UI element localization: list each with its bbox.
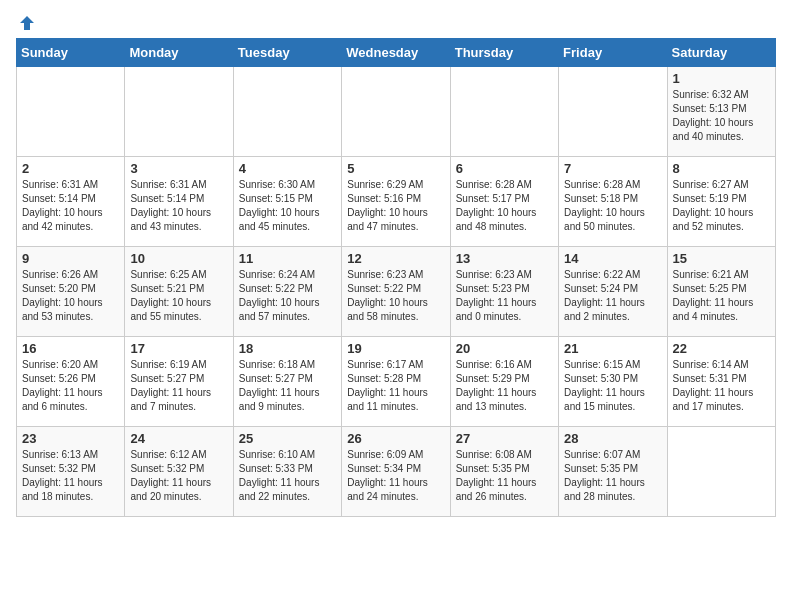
- calendar-cell: 2Sunrise: 6:31 AM Sunset: 5:14 PM Daylig…: [17, 157, 125, 247]
- calendar-header-row: SundayMondayTuesdayWednesdayThursdayFrid…: [17, 39, 776, 67]
- calendar-cell: 20Sunrise: 6:16 AM Sunset: 5:29 PM Dayli…: [450, 337, 558, 427]
- day-info: Sunrise: 6:28 AM Sunset: 5:17 PM Dayligh…: [456, 179, 537, 232]
- calendar-cell: 1Sunrise: 6:32 AM Sunset: 5:13 PM Daylig…: [667, 67, 775, 157]
- day-number: 25: [239, 431, 336, 446]
- day-number: 1: [673, 71, 770, 86]
- calendar-week-row: 9Sunrise: 6:26 AM Sunset: 5:20 PM Daylig…: [17, 247, 776, 337]
- day-number: 26: [347, 431, 444, 446]
- day-info: Sunrise: 6:23 AM Sunset: 5:23 PM Dayligh…: [456, 269, 537, 322]
- weekday-header: Monday: [125, 39, 233, 67]
- day-number: 17: [130, 341, 227, 356]
- day-number: 8: [673, 161, 770, 176]
- weekday-header: Wednesday: [342, 39, 450, 67]
- calendar-week-row: 1Sunrise: 6:32 AM Sunset: 5:13 PM Daylig…: [17, 67, 776, 157]
- day-number: 7: [564, 161, 661, 176]
- calendar-week-row: 16Sunrise: 6:20 AM Sunset: 5:26 PM Dayli…: [17, 337, 776, 427]
- calendar-cell: 22Sunrise: 6:14 AM Sunset: 5:31 PM Dayli…: [667, 337, 775, 427]
- calendar-cell: [125, 67, 233, 157]
- day-info: Sunrise: 6:08 AM Sunset: 5:35 PM Dayligh…: [456, 449, 537, 502]
- day-number: 24: [130, 431, 227, 446]
- page-header: [16, 16, 776, 30]
- day-info: Sunrise: 6:31 AM Sunset: 5:14 PM Dayligh…: [22, 179, 103, 232]
- day-number: 11: [239, 251, 336, 266]
- day-number: 27: [456, 431, 553, 446]
- day-info: Sunrise: 6:27 AM Sunset: 5:19 PM Dayligh…: [673, 179, 754, 232]
- day-number: 23: [22, 431, 119, 446]
- calendar-cell: 26Sunrise: 6:09 AM Sunset: 5:34 PM Dayli…: [342, 427, 450, 517]
- day-number: 4: [239, 161, 336, 176]
- day-info: Sunrise: 6:25 AM Sunset: 5:21 PM Dayligh…: [130, 269, 211, 322]
- calendar-cell: 7Sunrise: 6:28 AM Sunset: 5:18 PM Daylig…: [559, 157, 667, 247]
- day-info: Sunrise: 6:26 AM Sunset: 5:20 PM Dayligh…: [22, 269, 103, 322]
- calendar-cell: [450, 67, 558, 157]
- day-number: 10: [130, 251, 227, 266]
- calendar-cell: 11Sunrise: 6:24 AM Sunset: 5:22 PM Dayli…: [233, 247, 341, 337]
- day-number: 5: [347, 161, 444, 176]
- day-number: 12: [347, 251, 444, 266]
- day-number: 28: [564, 431, 661, 446]
- day-info: Sunrise: 6:07 AM Sunset: 5:35 PM Dayligh…: [564, 449, 645, 502]
- svg-marker-0: [20, 16, 34, 30]
- calendar-cell: [233, 67, 341, 157]
- calendar-cell: 15Sunrise: 6:21 AM Sunset: 5:25 PM Dayli…: [667, 247, 775, 337]
- calendar-cell: [559, 67, 667, 157]
- calendar-cell: 25Sunrise: 6:10 AM Sunset: 5:33 PM Dayli…: [233, 427, 341, 517]
- day-info: Sunrise: 6:19 AM Sunset: 5:27 PM Dayligh…: [130, 359, 211, 412]
- calendar-cell: 19Sunrise: 6:17 AM Sunset: 5:28 PM Dayli…: [342, 337, 450, 427]
- calendar-cell: 4Sunrise: 6:30 AM Sunset: 5:15 PM Daylig…: [233, 157, 341, 247]
- day-info: Sunrise: 6:15 AM Sunset: 5:30 PM Dayligh…: [564, 359, 645, 412]
- day-number: 15: [673, 251, 770, 266]
- calendar-cell: 17Sunrise: 6:19 AM Sunset: 5:27 PM Dayli…: [125, 337, 233, 427]
- weekday-header: Sunday: [17, 39, 125, 67]
- day-info: Sunrise: 6:09 AM Sunset: 5:34 PM Dayligh…: [347, 449, 428, 502]
- day-info: Sunrise: 6:32 AM Sunset: 5:13 PM Dayligh…: [673, 89, 754, 142]
- day-info: Sunrise: 6:16 AM Sunset: 5:29 PM Dayligh…: [456, 359, 537, 412]
- calendar-table: SundayMondayTuesdayWednesdayThursdayFrid…: [16, 38, 776, 517]
- calendar-cell: 10Sunrise: 6:25 AM Sunset: 5:21 PM Dayli…: [125, 247, 233, 337]
- weekday-header: Thursday: [450, 39, 558, 67]
- day-number: 19: [347, 341, 444, 356]
- calendar-cell: 13Sunrise: 6:23 AM Sunset: 5:23 PM Dayli…: [450, 247, 558, 337]
- day-number: 21: [564, 341, 661, 356]
- day-info: Sunrise: 6:21 AM Sunset: 5:25 PM Dayligh…: [673, 269, 754, 322]
- calendar-cell: 14Sunrise: 6:22 AM Sunset: 5:24 PM Dayli…: [559, 247, 667, 337]
- day-info: Sunrise: 6:14 AM Sunset: 5:31 PM Dayligh…: [673, 359, 754, 412]
- calendar-cell: 3Sunrise: 6:31 AM Sunset: 5:14 PM Daylig…: [125, 157, 233, 247]
- day-info: Sunrise: 6:30 AM Sunset: 5:15 PM Dayligh…: [239, 179, 320, 232]
- day-info: Sunrise: 6:13 AM Sunset: 5:32 PM Dayligh…: [22, 449, 103, 502]
- day-info: Sunrise: 6:29 AM Sunset: 5:16 PM Dayligh…: [347, 179, 428, 232]
- calendar-week-row: 2Sunrise: 6:31 AM Sunset: 5:14 PM Daylig…: [17, 157, 776, 247]
- logo-icon: [18, 14, 36, 32]
- day-number: 16: [22, 341, 119, 356]
- calendar-cell: [342, 67, 450, 157]
- day-number: 13: [456, 251, 553, 266]
- day-number: 20: [456, 341, 553, 356]
- day-info: Sunrise: 6:28 AM Sunset: 5:18 PM Dayligh…: [564, 179, 645, 232]
- logo: [16, 16, 36, 30]
- day-number: 9: [22, 251, 119, 266]
- day-number: 3: [130, 161, 227, 176]
- calendar-cell: 16Sunrise: 6:20 AM Sunset: 5:26 PM Dayli…: [17, 337, 125, 427]
- day-number: 6: [456, 161, 553, 176]
- day-info: Sunrise: 6:24 AM Sunset: 5:22 PM Dayligh…: [239, 269, 320, 322]
- day-info: Sunrise: 6:12 AM Sunset: 5:32 PM Dayligh…: [130, 449, 211, 502]
- day-info: Sunrise: 6:10 AM Sunset: 5:33 PM Dayligh…: [239, 449, 320, 502]
- weekday-header: Saturday: [667, 39, 775, 67]
- weekday-header: Tuesday: [233, 39, 341, 67]
- weekday-header: Friday: [559, 39, 667, 67]
- calendar-week-row: 23Sunrise: 6:13 AM Sunset: 5:32 PM Dayli…: [17, 427, 776, 517]
- calendar-cell: 6Sunrise: 6:28 AM Sunset: 5:17 PM Daylig…: [450, 157, 558, 247]
- calendar-cell: 9Sunrise: 6:26 AM Sunset: 5:20 PM Daylig…: [17, 247, 125, 337]
- day-info: Sunrise: 6:18 AM Sunset: 5:27 PM Dayligh…: [239, 359, 320, 412]
- day-info: Sunrise: 6:31 AM Sunset: 5:14 PM Dayligh…: [130, 179, 211, 232]
- day-info: Sunrise: 6:20 AM Sunset: 5:26 PM Dayligh…: [22, 359, 103, 412]
- calendar-cell: [667, 427, 775, 517]
- calendar-cell: 5Sunrise: 6:29 AM Sunset: 5:16 PM Daylig…: [342, 157, 450, 247]
- calendar-cell: 12Sunrise: 6:23 AM Sunset: 5:22 PM Dayli…: [342, 247, 450, 337]
- calendar-cell: 24Sunrise: 6:12 AM Sunset: 5:32 PM Dayli…: [125, 427, 233, 517]
- calendar-cell: 18Sunrise: 6:18 AM Sunset: 5:27 PM Dayli…: [233, 337, 341, 427]
- calendar-cell: 28Sunrise: 6:07 AM Sunset: 5:35 PM Dayli…: [559, 427, 667, 517]
- day-info: Sunrise: 6:22 AM Sunset: 5:24 PM Dayligh…: [564, 269, 645, 322]
- day-info: Sunrise: 6:23 AM Sunset: 5:22 PM Dayligh…: [347, 269, 428, 322]
- day-number: 14: [564, 251, 661, 266]
